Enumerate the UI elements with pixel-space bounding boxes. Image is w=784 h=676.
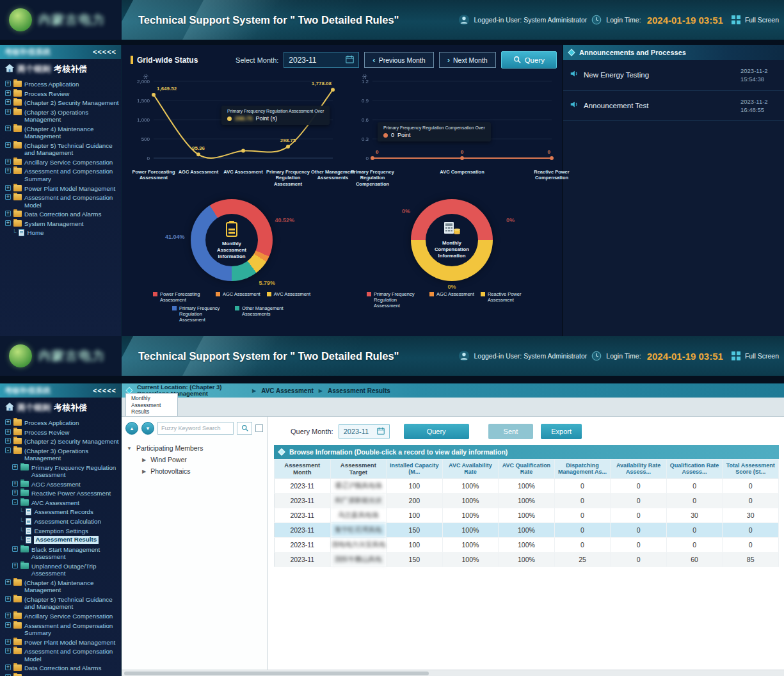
member-search-button[interactable] <box>237 422 252 435</box>
sidebar-collapse-arrows[interactable]: <<<<< <box>93 48 116 56</box>
tree-item-power-plant-model-management[interactable]: +Power Plant Model Management <box>0 184 121 193</box>
table-row[interactable]: 2023-11集宁红石湾风电150100%100%0000 <box>275 522 779 537</box>
toggle-icon[interactable]: + <box>5 596 11 602</box>
expand-all-button[interactable]: ▴ <box>125 422 138 435</box>
toggle-icon[interactable]: + <box>12 490 18 495</box>
tab-monthly-assessment-results[interactable]: Monthly Assessment Results <box>125 393 178 416</box>
query-button[interactable]: Query <box>501 51 557 68</box>
column-header-dispatching-management-as[interactable]: Dispatching Management As... <box>554 460 611 479</box>
tree-item-assessment-and-compensation-model[interactable]: +Assessment and Compensation Model <box>0 193 121 209</box>
tree-item-reactive-power-assessment[interactable]: +Reactive Power Assessment <box>0 489 121 497</box>
tree-item-chapter-2-security-management[interactable]: +(Chapter 2) Security Management <box>0 99 121 107</box>
toggle-icon[interactable]: + <box>5 220 11 226</box>
breadcrumb-assessment-results[interactable]: Assessment Results <box>328 387 390 394</box>
sidebar-root-node[interactable]: 两个细则 考核补偿 <box>0 59 121 77</box>
toggle-icon[interactable]: - <box>5 447 11 453</box>
column-header-assessment-month[interactable]: Assessment Month <box>275 460 331 479</box>
month-input[interactable]: 2023-11 <box>284 52 359 68</box>
tree-item-agc-assessment[interactable]: +AGC Assessment <box>0 480 121 488</box>
toggle-icon[interactable]: + <box>5 419 11 425</box>
toggle-icon[interactable]: + <box>5 125 11 131</box>
toggle-icon[interactable]: + <box>5 613 11 618</box>
tree-item-power-plant-model-management[interactable]: +Power Plant Model Management <box>0 638 121 647</box>
toggle-icon[interactable]: + <box>5 438 11 444</box>
participating-members-node[interactable]: ▼ Participating Members <box>125 442 263 454</box>
tree-item-process-application[interactable]: +Process Application <box>0 419 121 427</box>
toggle-icon[interactable]: + <box>5 168 11 173</box>
column-header-avc-availability-rate[interactable]: AVC Availability Rate <box>442 460 499 479</box>
export-button[interactable]: Export <box>541 424 582 439</box>
tree-item-assessment-and-compensation-summary[interactable]: +Assessment and Compensation Summary <box>0 622 121 637</box>
caret-right-icon[interactable]: ▶ <box>142 469 146 474</box>
toggle-icon[interactable]: + <box>12 481 18 487</box>
previous-month-button[interactable]: ‹Previous Month <box>364 52 433 68</box>
tree-item-process-review[interactable]: +Process Review <box>0 428 121 437</box>
query-month-input[interactable]: 2023-11 <box>339 424 390 439</box>
horizontal-scrollbar[interactable] <box>122 670 784 676</box>
next-month-button[interactable]: ›Next Month <box>439 52 496 68</box>
tree-item-chapter-5-technical-guidance-and-management[interactable]: +(Chapter 5) Technical Guidance and Mana… <box>0 595 121 611</box>
column-header-assessment-target[interactable]: Assessment Target <box>330 460 387 479</box>
tree-item-assessment-records[interactable]: └Assessment Records <box>0 508 121 516</box>
toggle-icon[interactable]: + <box>5 81 11 86</box>
toggle-icon[interactable]: + <box>12 546 18 552</box>
toggle-icon[interactable]: + <box>5 142 11 148</box>
sent-button[interactable]: Sent <box>488 424 534 439</box>
collapse-all-button[interactable]: ▾ <box>141 422 154 435</box>
tree-item-assessment-calculation[interactable]: └Assessment Calculation <box>0 517 121 526</box>
column-header-qualification-rate-assess[interactable]: Qualification Rate Assess... <box>666 460 723 479</box>
toggle-icon[interactable]: + <box>5 622 11 628</box>
toggle-icon[interactable]: + <box>5 664 11 670</box>
toggle-icon[interactable]: + <box>5 579 11 585</box>
caret-down-icon[interactable]: ▼ <box>127 446 132 451</box>
column-header-avc-qualification-rate[interactable]: AVC Qualification Rate <box>499 460 555 479</box>
toggle-icon[interactable]: + <box>5 639 11 645</box>
tree-item-unplanned-outage-trip-assessment[interactable]: +Unplanned Outage/Trip Assessment <box>0 562 121 577</box>
toggle-icon[interactable]: + <box>12 464 18 470</box>
toggle-icon[interactable]: + <box>5 90 11 96</box>
column-header-installed-capacity-m[interactable]: Installed Capacity (M... <box>387 460 443 479</box>
toggle-icon[interactable]: + <box>5 194 11 200</box>
tree-item-exemption-settings[interactable]: └Exemption Settings <box>0 527 121 535</box>
toggle-icon[interactable]: + <box>12 563 18 568</box>
tree-item-assessment-and-compensation-model[interactable]: +Assessment and Compensation Model <box>0 647 121 663</box>
tree-item-ancillary-service-compensation[interactable]: +Ancillary Service Compensation <box>0 158 121 166</box>
tree-item-data-correction-and-alarms[interactable]: +Data Correction and Alarms <box>0 664 121 672</box>
scrollbar-thumb[interactable] <box>124 672 429 675</box>
table-row[interactable]: 2023-11国投牛圈山风电150100%100%2506085 <box>275 552 779 567</box>
tree-item-ancillary-service-compensation[interactable]: +Ancillary Service Compensation <box>0 612 121 620</box>
full-screen-icon[interactable] <box>732 15 740 24</box>
toggle-icon[interactable]: + <box>5 211 11 216</box>
toggle-icon[interactable]: - <box>12 499 18 505</box>
tree-item-avc-assessment[interactable]: -AVC Assessment <box>0 499 121 507</box>
table-row[interactable]: 2023-11通辽沪魏风电场100100%100%0000 <box>275 478 779 493</box>
toggle-icon[interactable]: + <box>5 185 11 191</box>
column-header-total-assessment-score-st[interactable]: Total Assessment Score (St... <box>723 460 779 479</box>
tree-item-chapter-5-technical-guidance-and-management[interactable]: +(Chapter 5) Technical Guidance and Mana… <box>0 141 121 157</box>
tree-item-home[interactable]: └Home <box>0 229 121 237</box>
fuzzy-search-input[interactable] <box>157 422 234 435</box>
wind-power-node[interactable]: ▶ Wind Power <box>125 454 263 465</box>
toggle-icon[interactable]: + <box>5 99 11 105</box>
full-screen-label[interactable]: Full Screen <box>745 352 779 360</box>
announcement-item[interactable]: Announcement Test2023-11-216:48:55 <box>563 91 784 122</box>
tree-item-chapter-4-maintenance-management[interactable]: +(Chapter 4) Maintenance Management <box>0 125 121 140</box>
announcement-item[interactable]: New Energy Testing2023-11-215:54:38 <box>563 60 784 91</box>
toggle-icon[interactable]: + <box>5 159 11 165</box>
tree-item-chapter-4-maintenance-management[interactable]: +(Chapter 4) Maintenance Management <box>0 579 121 594</box>
tree-item-process-application[interactable]: +Process Application <box>0 80 121 88</box>
full-screen-label[interactable]: Full Screen <box>745 16 779 24</box>
table-row[interactable]: 2023-11乌兰森风电场100100%100%003030 <box>275 508 779 522</box>
photovoltaics-node[interactable]: ▶ Photovoltaics <box>125 465 263 477</box>
query-button[interactable]: Query <box>404 424 469 439</box>
table-row[interactable]: 2023-11国电电力兴安风电100100%100%0000 <box>275 537 779 552</box>
tree-item-system-management[interactable]: +System Management <box>0 673 121 676</box>
caret-right-icon[interactable]: ▶ <box>142 457 146 463</box>
tree-item-process-review[interactable]: +Process Review <box>0 90 121 98</box>
tree-item-assessment-and-compensation-summary[interactable]: +Assessment and Compensation Summary <box>0 167 121 182</box>
sidebar-root-node[interactable]: 两个细则 考核补偿 <box>0 398 121 416</box>
tree-item-data-correction-and-alarms[interactable]: +Data Correction and Alarms <box>0 210 121 218</box>
tree-item-chapter-2-security-management[interactable]: +(Chapter 2) Security Management <box>0 437 121 446</box>
breadcrumb-avc-assessment[interactable]: AVC Assessment <box>261 387 314 394</box>
tree-item-primary-frequency-regulation-assessment[interactable]: +Primary Frequency Regulation Assessment <box>0 463 121 479</box>
